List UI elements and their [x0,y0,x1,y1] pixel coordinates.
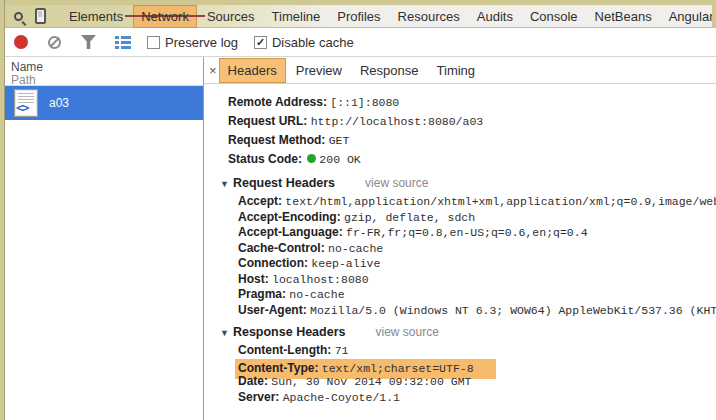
header-name: Connection: [238,256,311,270]
summary-label: Request URL: [228,114,311,128]
devtools-main-tabbar: ElementsNetworkSourcesTimelineProfilesRe… [5,5,716,28]
main-tab-label: Timeline [272,9,321,24]
header-value: gzip, deflate, sdch [344,211,475,224]
main-tab-resources[interactable]: Resources [398,9,460,24]
main-tab-angularjs[interactable]: AngularJS [669,9,716,24]
search-icon[interactable] [14,12,23,21]
header-name: Accept-Language: [238,225,346,239]
header-name: Content-Type: [238,361,322,375]
header-name: Content-Length: [238,343,335,357]
column-header-name[interactable]: Name [11,60,203,74]
main-tab-console[interactable]: Console [530,9,578,24]
header-entry: Cache-Control: no-cache [238,241,716,257]
summary-value: http://localhost:8080/a03 [311,115,484,128]
header-value: no-cache [289,288,344,301]
checkbox-unchecked-icon[interactable] [147,36,160,49]
main-tab-label: AngularJS [669,9,716,24]
main-tab-label: Console [530,9,578,24]
summary-value: 200 OK [319,153,360,166]
header-value: Sun, 30 Nov 2014 09:32:00 GMT [271,375,471,388]
main-tab-elements[interactable]: Elements [69,9,123,24]
device-mode-icon[interactable] [35,8,46,24]
record-icon[interactable] [14,35,28,49]
disable-cache-label: Disable cache [272,35,354,50]
main-tab-timeline[interactable]: Timeline [272,9,321,24]
request-headers-section-title[interactable]: ▼Request Headersview source [220,175,716,191]
page-behind-top-strip [0,0,716,5]
request-list-header[interactable]: Name Path [5,57,203,86]
xml-document-icon: <> [14,89,38,117]
header-name: Cache-Control: [238,241,328,255]
main-tab-label: Elements [69,9,123,24]
details-tab-timing[interactable]: Timing [437,63,476,78]
main-tab-label: NetBeans [595,9,652,24]
header-name: Server: [238,390,283,404]
summary-line: Request Method: GET [228,131,716,150]
details-tab-preview[interactable]: Preview [296,63,342,78]
summary-line: Remote Address: [::1]:8080 [228,93,716,112]
main-tab-profiles[interactable]: Profiles [337,9,380,24]
main-tab-sources[interactable]: Sources [207,9,255,24]
header-name: User-Agent: [238,303,310,317]
summary-label: Status Code: [228,152,305,166]
view-source-link[interactable]: view source [365,176,428,190]
header-entry: Accept-Encoding: gzip, deflate, sdch [238,210,716,226]
response-headers-section-title[interactable]: ▼Response Headersview source [220,324,716,340]
header-value: text/xml;charset=UTF-8 [322,362,474,375]
header-name: Accept-Encoding: [238,210,344,224]
header-entry: User-Agent: Mozilla/5.0 (Windows NT 6.3;… [238,303,716,319]
summary-label: Request Method: [228,133,329,147]
details-tab-headers[interactable]: Headers [219,58,286,83]
request-name: a03 [49,96,69,110]
main-tab-label: Profiles [337,9,380,24]
header-value: no-cache [328,242,383,255]
header-value: localhost:8080 [272,273,369,286]
main-tab-network[interactable]: Network [133,5,197,28]
main-tab-label: Audits [477,9,513,24]
summary-line: Status Code: 200 OK [228,150,716,169]
section-title-text: Response Headers [233,325,346,339]
header-entry: Host: localhost:8080 [238,272,716,288]
header-value: text/html,application/xhtml+xml,applicat… [285,195,716,208]
header-entry: Connection: keep-alive [238,256,716,272]
header-entry: Content-Length: 71 [238,343,716,359]
header-value: Apache-Coyote/1.1 [283,391,400,404]
summary-value: [::1]:8080 [330,96,399,109]
disable-cache-checkbox[interactable]: ✓ Disable cache [254,35,354,50]
code-glyph: <> [16,100,28,115]
request-row-a03[interactable]: <>a03 [5,86,203,120]
preserve-log-checkbox[interactable]: Preserve log [147,35,238,50]
header-value: keep-alive [311,257,380,270]
collapse-triangle-icon[interactable]: ▼ [220,328,229,338]
header-entry: Pragma: no-cache [238,287,716,303]
preserve-log-label: Preserve log [165,35,238,50]
view-toggle-icon[interactable] [115,36,131,49]
clear-icon[interactable] [48,36,61,49]
section-title-text: Request Headers [233,176,335,190]
details-tabbar: × HeadersPreviewResponseTiming [204,57,716,84]
header-value: 71 [335,344,349,357]
status-ok-dot-icon [307,154,316,163]
page-behind-left-strip [0,0,5,420]
checkbox-checked-icon[interactable]: ✓ [254,36,267,49]
main-tab-label: Resources [398,9,460,24]
main-tab-label: Network [141,9,189,24]
request-details-pane: × HeadersPreviewResponseTiming Remote Ad… [204,57,716,420]
filter-icon[interactable] [81,35,96,49]
header-entry: Server: Apache-Coyote/1.1 [238,390,716,406]
main-tab-netbeans[interactable]: NetBeans [595,9,652,24]
summary-line: Request URL: http://localhost:8080/a03 [228,112,716,131]
header-entry: Content-Type: text/xml;charset=UTF-8 [238,359,716,375]
page-behind-right-strip [712,0,716,28]
details-tab-response[interactable]: Response [360,63,419,78]
view-source-link[interactable]: view source [375,325,438,339]
collapse-triangle-icon[interactable]: ▼ [220,179,229,189]
header-value: Mozilla/5.0 (Windows NT 6.3; WOW64) Appl… [310,304,716,317]
header-name: Date: [238,374,271,388]
header-entry: Accept: text/html,application/xhtml+xml,… [238,194,716,210]
main-tabs: ElementsNetworkSourcesTimelineProfilesRe… [69,8,716,25]
main-tab-audits[interactable]: Audits [477,9,513,24]
request-list-panel: Name Path <>a03 [5,57,204,420]
header-entry: Accept-Language: fr-FR,fr;q=0.8,en-US;q=… [238,225,716,241]
summary-value: GET [329,134,350,147]
